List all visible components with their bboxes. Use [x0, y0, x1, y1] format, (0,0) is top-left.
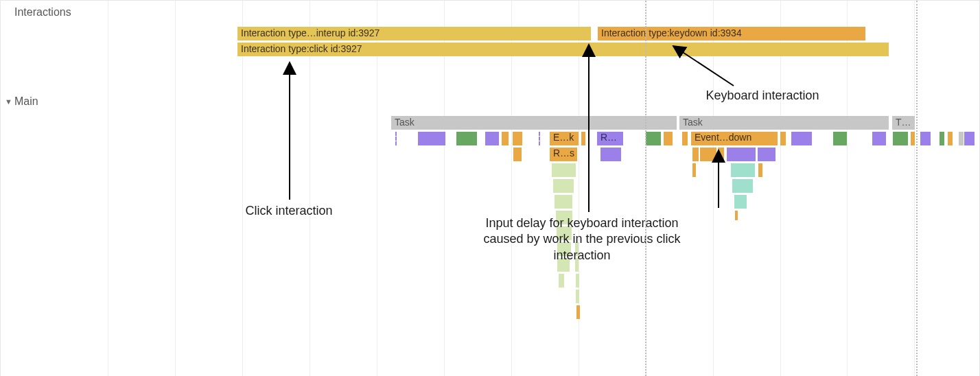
- interaction-bar-keydown[interactable]: Interaction type:keydown id:3934: [598, 27, 865, 40]
- flame-chip[interactable]: [911, 132, 915, 145]
- gridline: [579, 1, 579, 376]
- flame-chip[interactable]: [559, 274, 564, 287]
- flame-chip[interactable]: [964, 132, 975, 145]
- flame-chip[interactable]: [735, 211, 738, 220]
- flame-chip[interactable]: [682, 132, 688, 145]
- flame-chip[interactable]: [485, 132, 499, 145]
- annotation-delay: Input delay for keyboard interaction cau…: [479, 215, 685, 263]
- time-marker: [645, 1, 646, 376]
- gridline: [444, 1, 445, 376]
- flame-chip[interactable]: [727, 148, 756, 161]
- track-label-main: Main: [14, 95, 38, 108]
- flame-event-r[interactable]: R…: [597, 132, 623, 145]
- interaction-bar-click[interactable]: Interaction type:click id:3927: [237, 43, 889, 56]
- timeline-panel[interactable]: Interactions ▼ Main Interaction type…int…: [0, 0, 980, 376]
- task-bar-3[interactable]: T…: [892, 116, 915, 130]
- flame-chip[interactable]: [893, 132, 908, 145]
- flame-chip[interactable]: [732, 179, 753, 193]
- track-label-interactions: Interactions: [14, 6, 71, 19]
- flame-chip[interactable]: [959, 132, 964, 145]
- gridline: [175, 1, 176, 376]
- flame-chip[interactable]: [758, 148, 775, 161]
- flame-chip[interactable]: [780, 132, 786, 145]
- flame-chip[interactable]: [581, 132, 585, 145]
- annotation-arrows: [1, 1, 980, 376]
- flame-chip[interactable]: [513, 132, 522, 145]
- flame-chip[interactable]: [833, 132, 847, 145]
- flame-chip[interactable]: [576, 274, 579, 287]
- flame-chip[interactable]: [758, 163, 762, 177]
- flame-chip[interactable]: [456, 132, 477, 145]
- flame-chip[interactable]: [539, 132, 540, 145]
- gridline: [377, 1, 377, 376]
- flame-chip[interactable]: [600, 148, 621, 161]
- flame-chip[interactable]: [731, 163, 755, 177]
- time-marker: [916, 1, 918, 376]
- flame-chip[interactable]: [502, 132, 509, 145]
- flame-chip[interactable]: [692, 163, 696, 177]
- gridline: [108, 1, 108, 376]
- flame-chip[interactable]: [553, 179, 574, 193]
- flame-chip[interactable]: [872, 132, 886, 145]
- gridline: [847, 1, 848, 376]
- flame-chip[interactable]: [576, 305, 580, 319]
- gridline: [242, 1, 243, 376]
- flame-chip[interactable]: [692, 148, 699, 161]
- flame-chip[interactable]: [664, 132, 673, 145]
- flame-chip[interactable]: [552, 163, 576, 177]
- flame-chip[interactable]: [646, 132, 661, 145]
- flame-chip[interactable]: [791, 132, 812, 145]
- flame-chip[interactable]: [948, 132, 953, 145]
- annotation-click: Click interaction: [227, 203, 351, 219]
- flame-chip[interactable]: [940, 132, 944, 145]
- flame-event-ek[interactable]: E…k: [550, 132, 579, 145]
- flame-chip[interactable]: [513, 148, 522, 161]
- interaction-bar-pointerup[interactable]: Interaction type…interup id:3927: [237, 27, 591, 40]
- annotation-keyboard: Keyboard interaction: [687, 88, 838, 104]
- flame-chip[interactable]: [718, 148, 724, 161]
- task-bar-2[interactable]: Task: [679, 116, 889, 130]
- gridline: [713, 1, 714, 376]
- flame-chip[interactable]: [700, 148, 716, 161]
- flame-event-down[interactable]: Event…down: [691, 132, 778, 145]
- flame-chip[interactable]: [555, 195, 572, 209]
- flame-chip[interactable]: [395, 132, 397, 145]
- flame-chip[interactable]: [920, 132, 931, 145]
- chevron-down-icon[interactable]: ▼: [5, 97, 12, 106]
- gridline: [511, 1, 512, 376]
- flame-event-rs[interactable]: R…s: [550, 148, 577, 161]
- gridline: [310, 1, 310, 376]
- task-bar-1[interactable]: Task: [391, 116, 677, 130]
- flame-chip[interactable]: [576, 290, 579, 303]
- gridline: [914, 1, 915, 376]
- flame-chip[interactable]: [734, 195, 747, 209]
- flame-chip[interactable]: [418, 132, 445, 145]
- gridline: [780, 1, 781, 376]
